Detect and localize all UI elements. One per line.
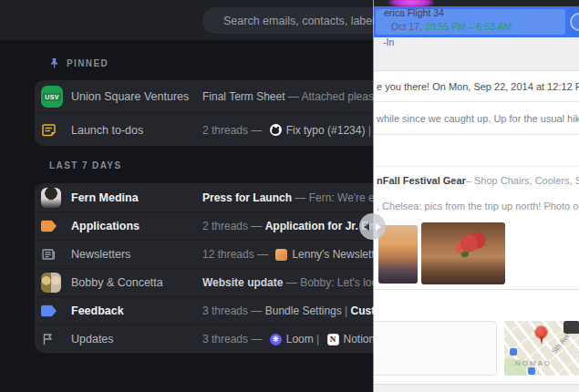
orange-tag-icon: [41, 221, 57, 232]
sender-name: Feedback: [71, 304, 124, 317]
bottom-row: [374, 384, 579, 392]
screenshot-root: Search emails, contacts, labels... PINNE…: [0, 0, 579, 392]
pinned-label: PINNED: [67, 58, 109, 68]
map-pin-icon: [535, 326, 547, 338]
loom-icon: ❋: [270, 334, 282, 346]
chevron-left-icon: [364, 223, 369, 231]
chevron-right-icon: [376, 223, 381, 231]
sender-name: Bobby & Concetta: [71, 276, 163, 289]
flight-card[interactable]: [374, 321, 497, 376]
light-inbox-panel: e you there! On Mon, Sep 22, 2014 at 12:…: [374, 0, 579, 392]
note-icon: [41, 122, 57, 138]
snippet: 3 threads — Bundle Settings | Custom e: [202, 304, 400, 317]
pin-icon: [49, 57, 59, 68]
flight-title: erica Flight 34: [384, 7, 444, 18]
sender-name: Fern Medina: [71, 191, 139, 204]
sender-name: Applications: [71, 220, 140, 232]
map-transit-icon: [528, 367, 535, 375]
email-row-gap: [374, 135, 579, 167]
newspaper-icon: [41, 248, 56, 262]
food-photo-thumbnail[interactable]: [421, 222, 505, 284]
github-icon: [270, 124, 282, 136]
sender-name: Launch to-dos: [71, 124, 143, 137]
snippet: Final Term Sheet — Attached please find: [202, 90, 400, 103]
map-area-label: NOMAD: [515, 359, 552, 367]
blue-tag-icon: [41, 305, 57, 317]
email-row[interactable]: , Chelsea: pics from the trip up north! …: [374, 193, 579, 219]
email-row[interactable]: e you there! On Mon, Sep 22, 2014 at 12:…: [374, 71, 579, 102]
toolbar-block: [374, 37, 579, 71]
banner-circle-icon[interactable]: [570, 13, 579, 31]
check-in-link[interactable]: -In: [383, 36, 394, 47]
sunset-photo-thumbnail[interactable]: [378, 225, 418, 284]
map-transit-icon: [510, 348, 517, 356]
lenny-avatar: [275, 249, 287, 261]
fern-avatar: [41, 188, 61, 208]
flight-datetime: Oct 17, 10:55 PM – 6:53 AM: [391, 21, 512, 32]
email-row[interactable]: n Fall Festival Gear – Shop Chairs, Cool…: [374, 167, 579, 193]
usv-avatar: USV: [41, 86, 63, 108]
photo-attachments-row: [374, 219, 579, 290]
search-placeholder: Search emails, contacts, labels...: [223, 15, 390, 27]
bobby-concetta-avatar: [41, 273, 61, 293]
sender-name: Updates: [71, 333, 114, 346]
pinned-section-header: PINNED: [49, 57, 109, 68]
last7-section-header: LAST 7 DAYS: [49, 160, 122, 170]
last7-label: LAST 7 DAYS: [49, 160, 122, 170]
flight-times: 10:55 PM – 6:53 AM: [425, 21, 512, 32]
comparison-slider-handle[interactable]: [359, 213, 386, 240]
email-row[interactable]: while since we caught up. Up for the usu…: [374, 102, 579, 135]
flag-icon: [41, 333, 54, 346]
right-top-strip: [374, 0, 579, 6]
search-input[interactable]: Search emails, contacts, labels...: [202, 7, 385, 34]
notion-icon: N: [327, 334, 339, 346]
sender-name: Union Square Ventures: [71, 90, 189, 103]
map-thumbnail[interactable]: 5th Ave NOMAD: [504, 321, 579, 376]
sender-name: Newsletters: [71, 248, 130, 261]
map-street-label: 5th Ave: [551, 331, 572, 355]
